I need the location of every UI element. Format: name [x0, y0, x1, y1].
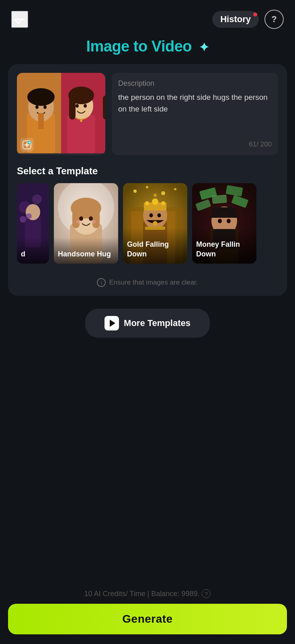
template-card-1[interactable]: d — [17, 183, 49, 264]
play-icon — [104, 316, 119, 330]
hint-row: i Ensure that images are clear. — [17, 278, 278, 287]
template-3-label: Gold Falling Down — [123, 228, 187, 264]
template-card-2[interactable]: Handsome Hug — [54, 183, 118, 264]
description-label: Description — [118, 79, 272, 88]
svg-rect-63 — [212, 194, 227, 204]
history-label: History — [220, 14, 251, 24]
template-scroll[interactable]: d — [15, 183, 280, 267]
template-card-3[interactable]: Gold Falling Down — [123, 183, 187, 264]
svg-point-4 — [27, 88, 55, 106]
svg-point-54 — [145, 201, 149, 205]
template-card-4[interactable]: Money Fallin Down — [192, 183, 256, 264]
svg-rect-34 — [72, 208, 80, 228]
svg-point-37 — [89, 217, 93, 221]
hint-text: Ensure that images are clear. — [109, 279, 198, 287]
svg-point-27 — [20, 216, 26, 223]
history-button[interactable]: History — [212, 11, 259, 28]
nav-right: History ? — [212, 10, 284, 29]
svg-point-47 — [161, 191, 165, 195]
svg-point-38 — [76, 220, 82, 223]
svg-rect-35 — [92, 208, 100, 228]
more-templates-label: More Templates — [124, 318, 191, 328]
svg-point-56 — [150, 213, 153, 217]
svg-point-5 — [35, 105, 39, 109]
main-card: Description the person on the right side… — [8, 64, 287, 296]
back-arrow-icon — [14, 15, 25, 23]
footer: 10 AI Credits/ Time | Balance: 9989. ? G… — [0, 583, 295, 644]
svg-point-58 — [153, 221, 158, 226]
svg-point-48 — [174, 188, 176, 190]
sparkle-icon: ✦ — [199, 40, 209, 54]
svg-point-24 — [32, 194, 42, 204]
svg-point-13 — [76, 104, 79, 108]
top-nav: History ? — [0, 0, 295, 33]
history-notification-dot — [253, 12, 257, 17]
generate-button[interactable]: Generate — [8, 604, 287, 634]
template-2-label: Handsome Hug — [54, 237, 118, 264]
credits-help-icon[interactable]: ? — [202, 589, 211, 598]
help-button[interactable]: ? — [264, 10, 284, 29]
template-row: d — [15, 183, 258, 264]
page-title: Image to Video ✦ — [0, 38, 295, 55]
svg-point-71 — [227, 219, 231, 223]
svg-rect-7 — [38, 113, 44, 129]
svg-point-53 — [152, 198, 158, 205]
credits-row: 10 AI Credits/ Time | Balance: 9989. ? — [8, 589, 287, 598]
image-upload-box[interactable] — [17, 73, 105, 155]
svg-point-36 — [79, 217, 83, 221]
svg-point-70 — [218, 219, 222, 223]
svg-point-14 — [84, 104, 87, 108]
template-4-label: Money Fallin Down — [192, 228, 256, 264]
svg-point-45 — [133, 190, 137, 193]
more-templates-button[interactable]: More Templates — [85, 309, 210, 338]
svg-point-15 — [80, 120, 82, 122]
add-image-icon[interactable] — [20, 138, 34, 152]
svg-rect-69 — [210, 214, 239, 218]
template-section-title: Select a Template — [17, 165, 278, 177]
media-row: Description the person on the right side… — [17, 73, 278, 155]
play-triangle-icon — [110, 320, 115, 327]
hint-icon: i — [97, 278, 106, 287]
svg-point-55 — [161, 201, 165, 205]
credits-text: 10 AI Credits/ Time | Balance: 9989. — [84, 590, 200, 598]
svg-point-46 — [146, 186, 148, 188]
svg-point-49 — [154, 194, 157, 197]
description-text[interactable]: the person on the right side hugs the pe… — [118, 92, 272, 115]
svg-rect-11 — [69, 95, 76, 120]
svg-point-28 — [26, 213, 32, 219]
title-teal: Image to Video — [86, 38, 192, 55]
template-1-label: d — [17, 237, 49, 264]
svg-point-6 — [43, 105, 47, 109]
char-count: 61/ 200 — [118, 140, 272, 149]
svg-point-39 — [90, 220, 96, 223]
generate-label: Generate — [122, 613, 172, 625]
description-box: Description the person on the right side… — [112, 73, 278, 155]
help-label: ? — [271, 14, 277, 25]
back-button[interactable] — [11, 11, 28, 28]
svg-rect-12 — [103, 95, 105, 120]
svg-point-57 — [158, 213, 161, 217]
